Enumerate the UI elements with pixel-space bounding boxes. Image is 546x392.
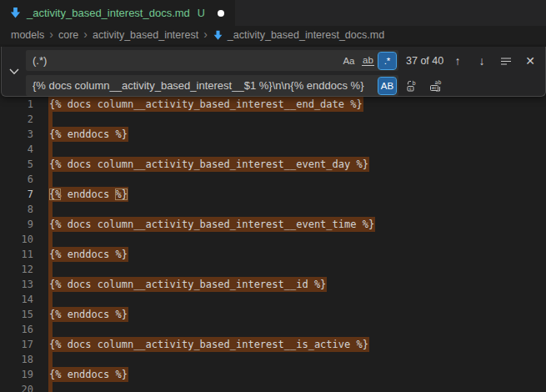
line-number: 11 <box>0 247 33 262</box>
bracket-match-close: %} <box>115 188 127 200</box>
next-match-button[interactable]: ↓ <box>473 52 491 70</box>
previous-match-button[interactable]: ↑ <box>448 52 467 70</box>
chevron-right-icon: › <box>83 28 88 42</box>
breadcrumb-item-models[interactable]: models <box>11 29 44 41</box>
find-match: {% docs column__activity_based_interest_… <box>48 277 327 292</box>
svg-text:c: c <box>409 86 412 91</box>
preserve-case-toggle[interactable]: AB <box>378 78 396 94</box>
code-line[interactable]: 1{% docs column__activity_based_interest… <box>0 97 546 112</box>
find-match: {% enddocs %} <box>48 307 128 322</box>
chevron-down-icon <box>9 68 19 75</box>
code-line[interactable]: 13{% docs column__activity_based_interes… <box>0 277 546 292</box>
line-number: 18 <box>0 352 33 367</box>
breadcrumb-filename: _activity_based_interest_docs.md <box>228 29 384 41</box>
modified-dot-icon[interactable] <box>218 10 224 17</box>
code-line[interactable]: 18 <box>0 352 546 367</box>
code-line[interactable]: 4 <box>0 142 546 157</box>
code-line[interactable]: 11{% enddocs %} <box>0 247 546 262</box>
code-line[interactable]: 19{% enddocs %} <box>0 367 546 382</box>
match-case-toggle[interactable]: Aa <box>340 53 358 69</box>
code-line[interactable]: 6 <box>0 172 546 187</box>
match-count: 37 of 40 <box>406 55 443 67</box>
tab-activity-based-interest-docs[interactable]: _activity_based_interest_docs.md U <box>0 0 235 26</box>
markdown-file-icon <box>9 7 22 19</box>
find-match-empty <box>48 262 53 277</box>
find-match-empty <box>48 232 53 247</box>
replace-all-icon: ab ac <box>429 79 443 93</box>
find-input[interactable]: (.*) Aa ab .* <box>26 50 398 71</box>
code-line[interactable]: 2 <box>0 112 546 127</box>
breadcrumb: models › core › activity_based_interest … <box>0 26 546 44</box>
find-match: {% enddocs %} <box>48 127 128 142</box>
code-line[interactable]: 16 <box>0 322 546 337</box>
markdown-file-icon <box>213 30 223 41</box>
tab-filename: _activity_based_interest_docs.md <box>27 7 190 19</box>
find-match: {% enddocs %} <box>48 367 128 382</box>
line-number: 16 <box>0 322 33 337</box>
code-line[interactable]: 9{% docs column__activity_based_interest… <box>0 217 546 232</box>
find-match: {% docs column__activity_based_interest_… <box>48 217 375 232</box>
code-line[interactable]: 15{% enddocs %} <box>0 307 546 322</box>
find-match-empty <box>48 142 53 157</box>
line-number: 20 <box>0 382 33 392</box>
line-number: 12 <box>0 262 33 277</box>
bracket-match-open: {% <box>49 188 61 200</box>
line-number: 19 <box>0 367 33 382</box>
find-input-value: (.*) <box>33 54 338 67</box>
find-match-empty <box>48 322 53 337</box>
code-line[interactable]: 17{% docs column__activity_based_interes… <box>0 337 546 352</box>
line-number: 8 <box>0 202 33 217</box>
line-number: 17 <box>0 337 33 352</box>
line-number: 14 <box>0 292 33 307</box>
line-number: 2 <box>0 112 33 127</box>
code-line[interactable]: 10 <box>0 232 546 247</box>
svg-text:ac: ac <box>432 85 438 90</box>
close-find-button[interactable]: ✕ <box>521 52 539 70</box>
code-line-active[interactable]: 7{% enddocs %} <box>0 187 546 202</box>
code-line[interactable]: 12 <box>0 262 546 277</box>
line-number: 3 <box>0 127 33 142</box>
find-match-empty <box>48 112 53 127</box>
find-row: (.*) Aa ab .* 37 of 40 ↑ ↓ ✕ <box>26 50 540 71</box>
code-line[interactable]: 8 <box>0 202 546 217</box>
find-match: {% docs column__activity_based_interest_… <box>48 97 363 112</box>
selection-icon <box>500 55 512 67</box>
editor: (.*) Aa ab .* 37 of 40 ↑ ↓ ✕ <box>0 44 546 392</box>
line-number: 6 <box>0 172 33 187</box>
replace-input-value: {% docs column__activity_based_interest_… <box>33 79 377 92</box>
find-replace-widget: (.*) Aa ab .* 37 of 40 ↑ ↓ ✕ <box>1 47 546 97</box>
code-line[interactable]: 3{% enddocs %} <box>0 127 546 142</box>
find-match-empty <box>48 172 53 187</box>
replace-input[interactable]: {% docs column__activity_based_interest_… <box>26 75 398 96</box>
line-number: 15 <box>0 307 33 322</box>
replace-row: {% docs column__activity_based_interest_… <box>26 75 540 96</box>
line-number: 7 <box>0 187 33 202</box>
find-match-empty <box>48 382 53 392</box>
find-match: {% docs column__activity_based_interest_… <box>48 337 369 352</box>
code-line[interactable]: 20 <box>0 382 546 392</box>
find-in-selection-button[interactable] <box>497 52 515 70</box>
line-number: 4 <box>0 142 33 157</box>
find-match-empty <box>48 202 53 217</box>
code-line[interactable]: 14 <box>0 292 546 307</box>
breadcrumb-item-activity-based-interest[interactable]: activity_based_interest <box>93 29 198 41</box>
code-line[interactable]: 5{% docs column__activity_based_interest… <box>0 157 546 172</box>
find-match-empty <box>48 352 53 367</box>
find-match-current: {% enddocs %} <box>48 187 128 202</box>
chevron-right-icon: › <box>203 28 208 42</box>
toggle-replace-button[interactable] <box>2 47 26 96</box>
replace-all-button[interactable]: ab ac <box>427 77 445 95</box>
breadcrumb-item-file[interactable]: _activity_based_interest_docs.md <box>213 29 384 41</box>
chevron-right-icon: › <box>49 28 53 42</box>
whole-word-toggle[interactable]: ab <box>359 53 377 69</box>
line-number: 9 <box>0 217 33 232</box>
git-status-badge: U <box>198 8 205 19</box>
line-number: 5 <box>0 157 33 172</box>
regex-toggle[interactable]: .* <box>378 53 396 69</box>
breadcrumb-item-core[interactable]: core <box>58 29 78 41</box>
replace-button[interactable]: b c <box>403 77 422 95</box>
svg-text:b: b <box>413 79 416 86</box>
line-number: 1 <box>0 97 33 112</box>
replace-icon: b c <box>406 79 419 93</box>
line-number: 10 <box>0 232 33 247</box>
